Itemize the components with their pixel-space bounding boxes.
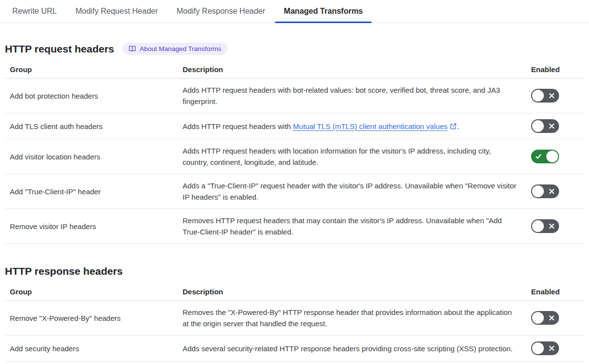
toggle-knob <box>532 120 544 132</box>
toggle-remove-x-powered-by-headers[interactable] <box>531 311 559 325</box>
table-row: Remove "X-Powered-By" headers Removes th… <box>5 301 584 336</box>
toggle-knob <box>546 151 558 162</box>
http-response-headers-section: HTTP response headers Group Description … <box>5 265 584 362</box>
row-description: Adds HTTP request headers with Mutual TL… <box>183 113 531 139</box>
toggle-add-true-client-ip-header[interactable] <box>531 184 559 198</box>
row-description: Adds a "True-Client-IP" request header w… <box>183 174 531 209</box>
row-group: Add "True-Client-IP" header <box>5 174 183 209</box>
mtls-docs-link[interactable]: Mutual TLS (mTLS) client authentication … <box>293 122 457 130</box>
column-header-enabled: Enabled <box>531 283 584 301</box>
tab-managed-transforms[interactable]: Managed Transforms <box>275 0 372 23</box>
toggle-knob <box>532 312 544 324</box>
tab-modify-response-header[interactable]: Modify Response Header <box>168 0 274 23</box>
table-row: Add security headers Adds several securi… <box>5 336 584 362</box>
x-icon <box>548 188 555 195</box>
tab-modify-request-header[interactable]: Modify Request Header <box>67 0 167 23</box>
row-description: Removes the "X-Powered-By" HTTP response… <box>183 301 531 336</box>
badge-label: About Managed Transforms <box>140 45 222 52</box>
x-icon <box>548 314 555 321</box>
table-row: Remove visitor IP headers Removes HTTP r… <box>5 209 584 244</box>
toggle-add-bot-protection-headers[interactable] <box>531 89 559 103</box>
table-header-row: Group Description Enabled <box>5 61 584 78</box>
column-header-group: Group <box>5 61 183 78</box>
table-header-row: Group Description Enabled <box>5 283 584 301</box>
tab-bar: Rewrite URL Modify Request Header Modify… <box>0 0 589 23</box>
toggle-add-tls-client-auth-headers[interactable] <box>531 119 559 133</box>
tab-rewrite-url[interactable]: Rewrite URL <box>3 0 66 23</box>
row-description: Removes HTTP request headers that may co… <box>183 209 531 244</box>
request-headers-table: Group Description Enabled Add bot protec… <box>5 61 584 244</box>
toggle-remove-visitor-ip-headers[interactable] <box>531 219 559 233</box>
table-row: Add bot protection headers Adds HTTP req… <box>5 78 584 113</box>
row-group: Remove visitor IP headers <box>5 209 183 244</box>
check-icon <box>535 153 542 160</box>
toggle-add-visitor-location-headers[interactable] <box>531 150 559 163</box>
response-headers-table: Group Description Enabled Remove "X-Powe… <box>5 283 584 362</box>
toggle-knob <box>532 185 544 197</box>
http-request-headers-section: HTTP request headers About Managed Trans… <box>5 43 584 244</box>
column-header-enabled: Enabled <box>531 61 584 78</box>
toggle-knob <box>532 90 544 102</box>
toggle-add-security-headers[interactable] <box>531 341 559 355</box>
about-managed-transforms-badge[interactable]: About Managed Transforms <box>122 43 228 55</box>
section-title-response: HTTP response headers <box>5 265 123 277</box>
column-header-description: Description <box>183 61 531 78</box>
row-group: Add security headers <box>5 336 183 362</box>
row-description: Adds HTTP request headers with bot-relat… <box>183 78 531 113</box>
table-row: Add "True-Client-IP" header Adds a "True… <box>5 174 584 209</box>
row-description: Adds several security-related HTTP respo… <box>183 336 531 362</box>
x-icon <box>548 223 555 230</box>
toggle-knob <box>532 220 544 232</box>
toggle-knob <box>532 342 544 354</box>
row-group: Add visitor location headers <box>5 139 183 174</box>
column-header-description: Description <box>183 283 531 301</box>
x-icon <box>548 345 555 352</box>
row-group: Remove "X-Powered-By" headers <box>5 301 183 336</box>
x-icon <box>548 92 555 99</box>
row-description: Adds HTTP request headers with location … <box>183 139 531 174</box>
x-icon <box>548 123 555 130</box>
row-group: Add bot protection headers <box>5 78 183 113</box>
book-icon <box>129 45 136 52</box>
row-group: Add TLS client auth headers <box>5 113 183 139</box>
table-row: Add TLS client auth headers Adds HTTP re… <box>5 113 584 139</box>
external-link-icon <box>450 123 457 130</box>
table-row: Add visitor location headers Adds HTTP r… <box>5 139 584 174</box>
section-title-request: HTTP request headers <box>5 43 114 55</box>
column-header-group: Group <box>5 283 183 301</box>
